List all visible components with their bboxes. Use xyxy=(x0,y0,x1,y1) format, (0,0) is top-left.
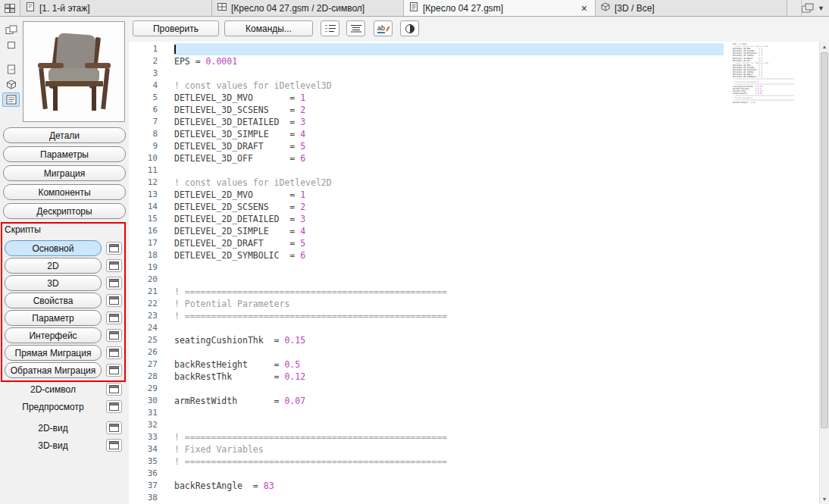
code-editor[interactable]: 12EPS = 0.000134! const values for iDetl… xyxy=(129,42,819,504)
script-button-5[interactable]: Параметр xyxy=(5,310,102,326)
nav-button-5[interactable]: Дескрипторы xyxy=(3,203,126,219)
code-minimap[interactable]: EPS = 0.0001! const values for iDetlevel… xyxy=(730,42,817,134)
object-section-buttons: ДеталиПараметрыМиграцияКомпонентыДескрип… xyxy=(3,127,126,222)
code-line[interactable]: 7DETLEVEL_3D_DETAILED = 3 xyxy=(129,116,819,128)
code-line[interactable]: 38 xyxy=(129,492,819,504)
tab-2[interactable]: [Кресло 04 27.gsm / 2D-символ] xyxy=(212,0,404,16)
nav-button-2[interactable]: Параметры xyxy=(3,146,126,162)
nav-button-1[interactable]: Детали xyxy=(3,127,126,143)
code-line[interactable]: 15DETLEVEL_2D_DETAILED = 3 xyxy=(129,213,819,225)
tab-close-icon[interactable]: × xyxy=(579,3,590,14)
view-label[interactable]: Предпросмотр xyxy=(5,402,102,412)
code-line[interactable]: 28backRestThk = 0.12 xyxy=(129,371,819,383)
open-in-new-window-icon[interactable] xyxy=(106,421,122,434)
code-line[interactable]: 17DETLEVEL_2D_DRAFT = 5 xyxy=(129,237,819,249)
code-line[interactable]: 24 xyxy=(129,322,819,334)
code-line[interactable]: 31 xyxy=(129,407,819,419)
code-line[interactable]: 5DETLEVEL_3D_MVO = 1 xyxy=(129,92,819,104)
preview-2d-view-icon[interactable] xyxy=(2,38,20,52)
tab-3[interactable]: [Кресло 04 27.gsm] × xyxy=(404,0,596,16)
script-button-6[interactable]: Интерфейс xyxy=(5,327,102,343)
script-button-2[interactable]: 2D xyxy=(5,258,102,274)
script-button-3[interactable]: 3D xyxy=(5,275,102,291)
invert-colors-icon[interactable] xyxy=(400,20,419,36)
code-line[interactable]: 27backRestHeight = 0.5 xyxy=(129,358,819,371)
script-button-4[interactable]: Свойства xyxy=(5,293,102,308)
preview-script-icon[interactable] xyxy=(2,92,20,107)
view-label[interactable]: 2D-вид xyxy=(5,423,102,434)
code-line[interactable]: 9DETLEVEL_3D_DRAFT = 5 xyxy=(129,140,819,152)
preview-picture-icon[interactable] xyxy=(2,62,20,77)
preview-3d-view-icon[interactable] xyxy=(2,77,20,92)
code-line[interactable]: 29 xyxy=(129,383,819,395)
code-line[interactable]: 30armRestWidth = 0.07 xyxy=(129,395,819,407)
symbol-preview-rows: 2D-символ Предпросмотр xyxy=(5,381,126,416)
line-number: 7 xyxy=(129,116,158,128)
code-line[interactable]: 18DETLEVEL_2D_SYMBOLIC = 6 xyxy=(129,249,819,261)
view-label[interactable]: 3D-вид xyxy=(5,440,102,451)
code-line[interactable]: 13DETLEVEL_2D_MVO = 1 xyxy=(129,189,819,201)
code-line[interactable]: 26 xyxy=(129,346,819,358)
scroll-down-icon[interactable]: ▼ xyxy=(820,494,829,504)
vertical-scrollbar[interactable]: ▲ ▼ xyxy=(819,42,829,504)
code-line[interactable]: 19 xyxy=(129,261,819,274)
open-in-new-window-icon[interactable] xyxy=(106,364,122,377)
line-number: 16 xyxy=(129,225,158,237)
text-format-icon[interactable] xyxy=(346,20,365,36)
nav-button-3[interactable]: Миграция xyxy=(3,165,126,181)
pane-layout-icon[interactable] xyxy=(0,0,20,16)
code-line[interactable]: 4! const values for iDetlevel3D xyxy=(129,80,819,92)
code-text xyxy=(174,407,724,419)
code-line[interactable]: 11 xyxy=(129,164,819,177)
code-line[interactable]: 12! const values for iDetlevel2D xyxy=(129,177,819,189)
check-script-button[interactable]: Проверить xyxy=(133,20,219,36)
code-line[interactable]: 22! Potential Parameters xyxy=(129,298,819,310)
line-numbers-icon[interactable] xyxy=(321,20,339,36)
open-in-new-window-icon[interactable] xyxy=(106,311,122,324)
open-in-new-window-icon[interactable] xyxy=(106,400,122,413)
code-line[interactable]: 33! ====================================… xyxy=(129,431,819,443)
open-in-new-window-icon[interactable] xyxy=(106,383,122,396)
code-line[interactable]: 6DETLEVEL_3D_SCSENS = 2 xyxy=(129,104,819,116)
preview-2d-symbol-icon[interactable] xyxy=(2,23,20,37)
code-line[interactable]: 23! ====================================… xyxy=(129,310,819,322)
open-in-new-window-icon[interactable] xyxy=(106,277,122,290)
nav-button-4[interactable]: Компоненты xyxy=(3,184,126,200)
scroll-up-icon[interactable]: ▲ xyxy=(820,42,829,52)
code-line[interactable]: 25seatingCushionThk = 0.15 xyxy=(129,334,819,346)
commands-button[interactable]: Команды... xyxy=(224,20,313,36)
open-in-new-window-icon[interactable] xyxy=(106,346,122,359)
tab-4[interactable]: [3D / Все] xyxy=(596,0,787,16)
open-in-new-window-icon[interactable] xyxy=(106,294,122,307)
view-label[interactable]: 2D-символ xyxy=(5,384,102,395)
code-line[interactable]: 8DETLEVEL_3D_SIMPLE = 4 xyxy=(129,128,819,140)
code-line[interactable]: 14DETLEVEL_2D_SCSENS = 2 xyxy=(129,201,819,213)
script-button-1[interactable]: Основной xyxy=(5,240,102,256)
syntax-coloring-icon[interactable]: ab xyxy=(374,20,393,36)
tab-1[interactable]: [1. 1-й этаж] xyxy=(20,0,212,16)
code-text xyxy=(174,164,724,177)
line-number: 13 xyxy=(129,189,158,201)
code-line[interactable]: 36 xyxy=(129,468,819,480)
script-button-8[interactable]: Обратная Миграция xyxy=(5,362,102,378)
code-line[interactable]: 2EPS = 0.0001 xyxy=(129,55,819,67)
scrollbar-thumb[interactable] xyxy=(821,52,828,428)
open-in-new-window-icon[interactable] xyxy=(106,259,122,272)
view-rows: 2D-вид 3D-вид xyxy=(5,420,126,455)
code-line[interactable]: 37backRestAngle = 83 xyxy=(129,480,819,492)
code-line[interactable]: 1 xyxy=(129,43,819,55)
open-in-new-window-icon[interactable] xyxy=(106,439,122,452)
script-button-7[interactable]: Прямая Миграция xyxy=(5,345,102,361)
code-line[interactable]: 34! Fixed Variables xyxy=(129,443,819,455)
code-line[interactable]: 32 xyxy=(129,419,819,431)
code-line[interactable]: 35! ====================================… xyxy=(129,455,819,468)
code-line[interactable]: 21! ====================================… xyxy=(129,286,819,298)
code-line[interactable]: 10DETLEVEL_3D_OFF = 6 xyxy=(129,152,819,164)
code-line[interactable]: 16DETLEVEL_2D_SIMPLE = 4 xyxy=(129,225,819,237)
code-text: backRestHeight = 0.5 xyxy=(174,358,724,371)
open-in-new-window-icon[interactable] xyxy=(106,242,122,255)
tab-overflow-menu-button[interactable]: ▼ xyxy=(801,0,829,16)
code-line[interactable]: 20 xyxy=(129,274,819,286)
open-in-new-window-icon[interactable] xyxy=(106,329,122,342)
code-line[interactable]: 3 xyxy=(129,67,819,80)
